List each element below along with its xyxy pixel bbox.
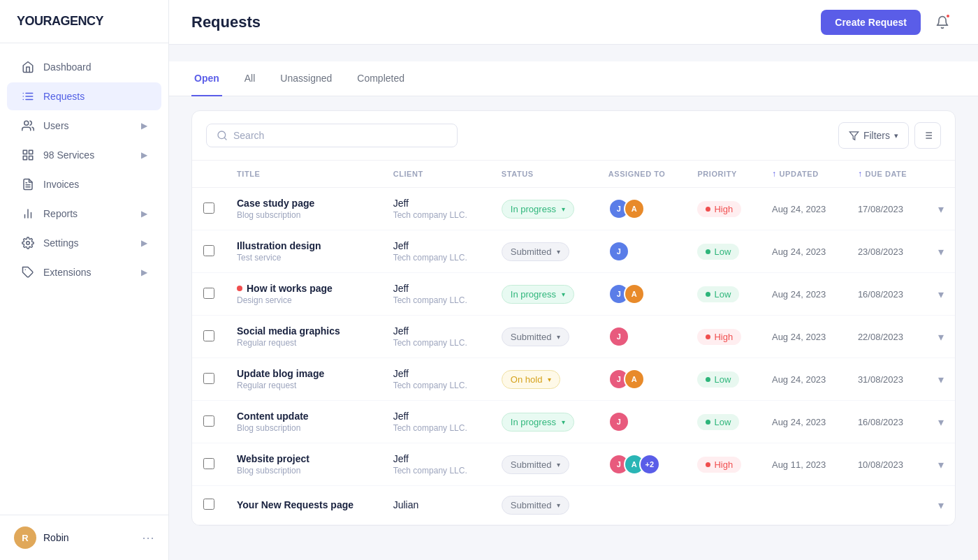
request-subtitle: Blog subscription: [237, 210, 371, 220]
status-badge[interactable]: In progress ▾: [502, 285, 574, 304]
svg-rect-8: [29, 150, 33, 154]
request-title: Illustration design: [237, 240, 371, 251]
expand-row-button[interactable]: ▾: [938, 246, 944, 258]
row-checkbox[interactable]: [203, 245, 214, 256]
create-request-button[interactable]: Create Request: [821, 10, 921, 35]
table-row: Case study pageBlog subscriptionJeffTech…: [192, 188, 955, 230]
status-badge[interactable]: Submitted ▾: [502, 327, 570, 346]
tab-completed[interactable]: Completed: [354, 61, 407, 96]
status-badge[interactable]: In progress ▾: [502, 413, 574, 432]
user-menu-button[interactable]: ⋯: [142, 530, 154, 545]
columns-button[interactable]: [914, 122, 941, 149]
cell-status: Submitted ▾: [490, 230, 597, 273]
client-company: Tech company LLC.: [393, 253, 479, 263]
search-input[interactable]: [233, 130, 447, 141]
priority-dot: [706, 420, 710, 425]
sidebar-item-services[interactable]: 98 Services ▶: [7, 141, 161, 169]
cell-title: Content updateBlog subscription: [226, 401, 382, 443]
cell-assigned: JA: [597, 358, 687, 401]
logo: YOURAGENCY: [0, 0, 168, 43]
th-updated[interactable]: ↑ UPDATED: [761, 161, 847, 188]
sidebar-item-users[interactable]: Users ▶: [7, 112, 161, 140]
settings-icon: [21, 236, 35, 250]
row-checkbox[interactable]: [203, 415, 214, 427]
th-assigned: ASSIGNED TO: [597, 161, 687, 188]
status-badge[interactable]: On hold ▾: [502, 370, 561, 389]
cell-title: Your New Requests page: [226, 486, 382, 525]
priority-badge: High: [697, 201, 741, 217]
client-name: Jeff: [393, 198, 479, 209]
sidebar-item-dashboard[interactable]: Dashboard: [7, 53, 161, 81]
row-checkbox[interactable]: [203, 288, 214, 299]
filter-icon: [849, 131, 859, 141]
status-badge[interactable]: Submitted ▾: [502, 242, 570, 261]
expand-row-button[interactable]: ▾: [938, 416, 944, 428]
cell-assigned: J: [597, 230, 687, 273]
row-checkbox[interactable]: [203, 202, 214, 214]
filters-button[interactable]: Filters ▾: [838, 122, 909, 149]
expand-row-button[interactable]: ▾: [938, 288, 944, 300]
tab-unassigned[interactable]: Unassigned: [277, 61, 335, 96]
expand-row-button[interactable]: ▾: [938, 331, 944, 343]
due-date: 16/08/2023: [858, 289, 903, 300]
status-badge[interactable]: Submitted ▾: [502, 496, 570, 515]
row-checkbox[interactable]: [203, 499, 214, 510]
notification-bell-button[interactable]: [929, 9, 956, 36]
cell-client: JeffTech company LLC.: [382, 273, 490, 316]
user-name-label: Robin: [43, 532, 135, 543]
updated-date: Aug 24, 2023: [772, 374, 826, 385]
cell-updated: Aug 24, 2023: [761, 358, 847, 401]
row-checkbox[interactable]: [203, 330, 214, 341]
expand-row-button[interactable]: ▾: [938, 459, 944, 471]
row-checkbox[interactable]: [203, 373, 214, 384]
cell-client: JeffTech company LLC.: [382, 316, 490, 358]
sidebar-item-reports[interactable]: Reports ▶: [7, 200, 161, 228]
priority-badge: Low: [697, 371, 739, 388]
sidebar-item-label: Dashboard: [43, 61, 92, 73]
client-name: Jeff: [393, 411, 479, 422]
cell-assigned: JA: [597, 188, 687, 230]
sort-up-icon: ↑: [772, 169, 777, 179]
expand-row-button[interactable]: ▾: [938, 499, 944, 511]
row-checkbox[interactable]: [203, 458, 214, 469]
cell-assigned: JA: [597, 273, 687, 316]
cell-status: In progress ▾: [490, 401, 597, 443]
sidebar: YOURAGENCY Dashboard Requests Users ▶: [0, 0, 169, 560]
chevron-down-icon: ▾: [562, 290, 565, 298]
request-title: Your New Requests page: [237, 499, 371, 510]
cell-due-date: 10/08/2023: [847, 443, 927, 486]
sidebar-item-settings[interactable]: Settings ▶: [7, 229, 161, 257]
expand-row-button[interactable]: ▾: [938, 374, 944, 385]
status-badge[interactable]: In progress ▾: [502, 200, 574, 219]
tab-open[interactable]: Open: [191, 61, 222, 96]
chevron-right-icon: ▶: [141, 121, 147, 131]
sidebar-item-label: Users: [43, 120, 69, 131]
request-subtitle: Blog subscription: [237, 466, 371, 476]
status-badge[interactable]: Submitted ▾: [502, 455, 570, 474]
svg-point-6: [24, 121, 29, 125]
tab-all[interactable]: All: [242, 61, 258, 96]
sidebar-item-requests[interactable]: Requests: [7, 82, 161, 110]
th-due-date[interactable]: ↑ DUE DATE: [847, 161, 927, 188]
cell-priority: High: [686, 443, 760, 486]
sidebar-item-label: 98 Services: [43, 149, 94, 161]
client-name: Jeff: [393, 240, 479, 251]
cell-due-date: [847, 486, 927, 525]
priority-badge: Low: [697, 244, 739, 260]
request-subtitle: Design service: [237, 295, 371, 305]
cell-title: Social media graphicsRegular request: [226, 316, 382, 358]
chevron-down-icon: ▾: [557, 501, 560, 509]
avatar-count-badge: +2: [639, 454, 660, 475]
sidebar-item-label: Extensions: [43, 267, 91, 278]
request-title: Case study page: [237, 198, 371, 209]
cell-status: In progress ▾: [490, 273, 597, 316]
cell-updated: Aug 24, 2023: [761, 273, 847, 316]
chevron-down-icon: ▾: [557, 333, 560, 341]
request-subtitle: Test service: [237, 253, 371, 263]
expand-row-button[interactable]: ▾: [938, 203, 944, 215]
sidebar-item-invoices[interactable]: Invoices: [7, 170, 161, 198]
search-wrap: [206, 124, 458, 147]
due-date: 17/08/2023: [858, 204, 903, 214]
sidebar-item-extensions[interactable]: Extensions ▶: [7, 258, 161, 286]
chevron-down-icon: ▾: [562, 418, 565, 426]
